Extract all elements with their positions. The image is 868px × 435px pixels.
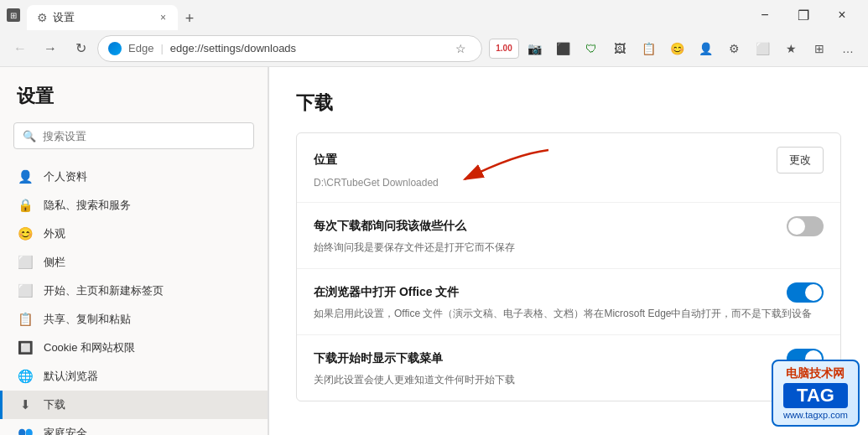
watermark-tag-label: TAG [783,383,848,408]
sidebar-item-appearance[interactable]: 😊 外观 [0,220,268,248]
user-icon[interactable]: 😊 [663,35,690,62]
location-label: 位置 [314,153,337,168]
sidebar-icon: ⬜ [17,255,34,270]
settings-cog-icon[interactable]: ⚙ [720,35,747,62]
watermark-site-name: 电脑技术网 [783,366,848,381]
tab-bar: ⚙ 设置 × + [27,0,742,30]
sidebar-item-label: 家庭安全 [44,426,87,435]
forward-button[interactable]: → [37,35,64,62]
sidebar-item-sidebar[interactable]: ⬜ 侧栏 [0,248,268,277]
sidebar-item-label: 下载 [44,397,65,412]
content-area: 设置 🔍 👤 个人资料 🔒 隐私、搜索和服务 😊 外观 ⬜ 侧栏 ⬜ 开始、主页… [0,67,868,435]
share-icon: 📋 [17,312,34,327]
sidebar-item-default-browser[interactable]: 🌐 默认浏览器 [0,362,268,391]
tab-title: 设置 [53,10,75,25]
ask-download-toggle[interactable] [787,216,824,236]
ask-download-desc: 始终询问我是要保存文件还是打开它而不保存 [314,240,824,255]
search-box[interactable]: 🔍 [13,122,254,149]
sidebar-item-profile[interactable]: 👤 个人资料 [0,163,268,191]
favorites-star-icon[interactable]: ★ [777,35,804,62]
sidebar-item-label: 共享、复制和粘贴 [44,312,131,327]
sidebar-item-label: 开始、主页和新建标签页 [44,283,164,298]
profile-icon: 👤 [17,169,34,184]
sidebar-item-cookies[interactable]: 🔲 Cookie 和网站权限 [0,334,268,362]
open-office-label: 在浏览器中打开 Office 文件 [314,285,459,300]
sidebar-item-label: 默认浏览器 [44,369,98,384]
cookies-icon: 🔲 [17,340,34,355]
nav-bar: ← → ↻ Edge | edge://settings/downloads ☆… [0,30,868,67]
more-icon[interactable]: … [834,35,861,62]
sidebar-item-family[interactable]: 👥 家庭安全 [0,419,268,435]
open-office-header: 在浏览器中打开 Office 文件 [314,282,824,303]
browser-icon: 🌐 [17,369,34,384]
settings-card: 位置 更改 D:\CRTubeGet Downloaded 每 [296,132,841,401]
minimize-button[interactable]: − [746,0,784,30]
window-controls: − ❐ × [746,0,861,30]
show-menu-header: 下载开始时显示下载菜单 [314,349,824,369]
sidebar-title: 设置 [0,84,268,122]
title-bar: ⊞ ⚙ 设置 × + − ❐ × [0,0,868,30]
new-tab-icon: ⬜ [17,283,34,298]
tab-close-button[interactable]: × [159,10,168,25]
watermark-url: www.tagxp.com [783,410,848,420]
collections-icon[interactable]: ⊞ [806,35,833,62]
family-icon: 👥 [17,426,34,435]
show-menu-label: 下载开始时显示下载菜单 [314,351,443,366]
refresh-button[interactable]: ↻ [67,35,94,62]
toolbar-icons: 1.00 📷 ⬛ 🛡 🖼 📋 😊 👤 ⚙ ⬜ ★ ⊞ … [489,35,861,62]
window-icon: ⊞ [7,8,20,22]
url-display: edge://settings/downloads [170,42,296,54]
back-button[interactable]: ← [7,35,34,62]
close-button[interactable]: × [823,0,861,30]
sidebar: 设置 🔍 👤 个人资料 🔒 隐私、搜索和服务 😊 外观 ⬜ 侧栏 ⬜ 开始、主页… [0,67,268,435]
sidebar-item-label: 个人资料 [44,169,87,184]
download-icon: ⬇ [17,397,34,412]
show-menu-desc: 关闭此设置会使人更难知道文件何时开始下载 [314,372,824,387]
location-value: D:\CRTubeGet Downloaded [314,177,824,189]
lock-icon: 🔒 [17,198,34,213]
url-separator: | [160,42,163,54]
sidebar-item-privacy[interactable]: 🔒 隐私、搜索和服务 [0,191,268,220]
location-setting: 位置 更改 D:\CRTubeGet Downloaded [297,133,840,203]
address-bar[interactable]: Edge | edge://settings/downloads ☆ [97,35,482,62]
extension-badge-icon[interactable]: 1.00 [489,39,519,59]
sidebar-item-label: 外观 [44,226,65,241]
person-icon[interactable]: 👤 [692,35,719,62]
ask-download-header: 每次下载都询问我该做些什么 [314,216,824,236]
active-tab[interactable]: ⚙ 设置 × [27,5,178,30]
sidebar-item-downloads[interactable]: ⬇ 下载 [0,391,268,419]
appearance-icon: 😊 [17,226,34,241]
ask-download-setting: 每次下载都询问我该做些什么 始终询问我是要保存文件还是打开它而不保存 [297,203,840,269]
tab-gear-icon: ⚙ [37,11,48,24]
search-icon: 🔍 [23,130,36,142]
search-input[interactable] [43,130,245,142]
edge-logo-icon [108,42,122,55]
screenshot-icon[interactable]: 📷 [521,35,548,62]
page-title: 下载 [296,91,841,116]
change-location-button[interactable]: 更改 [777,147,824,173]
watermark: 电脑技术网 TAG www.tagxp.com [772,360,860,427]
show-menu-setting: 下载开始时显示下载菜单 关闭此设置会使人更难知道文件何时开始下载 [297,335,840,401]
sidebar-item-label: Cookie 和网站权限 [44,340,135,355]
location-header: 位置 更改 [314,147,824,173]
sidebar-item-label: 侧栏 [44,255,65,270]
sidebar-item-label: 隐私、搜索和服务 [44,198,131,213]
address-icons: ☆ [450,38,471,60]
maximize-button[interactable]: ❐ [784,0,823,30]
open-office-toggle[interactable] [787,282,824,303]
new-tab-button[interactable]: + [178,7,201,30]
favorites-icon[interactable]: ☆ [450,38,471,60]
open-office-setting: 在浏览器中打开 Office 文件 如果启用此设置，Office 文件（演示文稿… [297,269,840,335]
extension-blue-icon[interactable]: ⬛ [549,35,576,62]
open-office-desc: 如果启用此设置，Office 文件（演示文稿、电子表格、文档）将在Microso… [314,306,824,321]
shield-icon[interactable]: 🛡 [578,35,605,62]
tab-icon[interactable]: ⬜ [749,35,776,62]
clipboard-icon[interactable]: 📋 [635,35,662,62]
sidebar-item-new-tab[interactable]: ⬜ 开始、主页和新建标签页 [0,277,268,305]
edge-brand-label: Edge [128,42,153,54]
sidebar-item-share[interactable]: 📋 共享、复制和粘贴 [0,305,268,334]
image-icon[interactable]: 🖼 [606,35,633,62]
ask-download-label: 每次下载都询问我该做些什么 [314,219,466,234]
